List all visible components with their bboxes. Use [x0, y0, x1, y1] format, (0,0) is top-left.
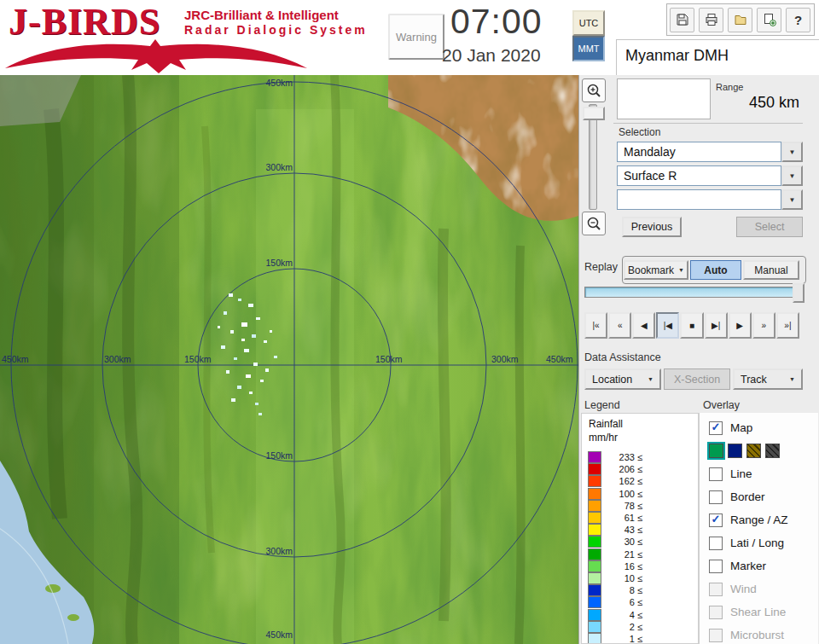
selection-label: Selection: [619, 126, 660, 138]
folder-icon: [734, 13, 747, 26]
legend-swatch: [588, 560, 601, 572]
legend-swatch: [588, 548, 601, 560]
chevron-down-icon[interactable]: ▼: [781, 142, 803, 162]
overlay-item-line[interactable]: Line: [700, 462, 818, 485]
range-label: Range: [716, 82, 743, 92]
checkbox[interactable]: [709, 560, 723, 573]
location-button[interactable]: Location ▼: [584, 368, 661, 390]
overlay-item-marker[interactable]: Marker: [700, 554, 818, 577]
chevron-down-icon[interactable]: ▼: [781, 189, 803, 210]
playback-step-forward-button[interactable]: ▶|: [705, 312, 728, 339]
track-button[interactable]: Track ▼: [733, 368, 803, 390]
map-color-swatch[interactable]: [746, 444, 761, 458]
svg-text:300km: 300km: [491, 354, 519, 364]
sub-product-dropdown[interactable]: ▼: [617, 189, 803, 210]
site-dropdown[interactable]: Mandalay ▼: [617, 142, 803, 162]
legend-section-label: Legend: [584, 399, 620, 411]
checkbox[interactable]: [709, 583, 723, 596]
map-color-swatch[interactable]: [765, 444, 780, 458]
manual-button[interactable]: Manual: [743, 260, 799, 280]
export-icon: [763, 13, 776, 26]
legend-row: 4 ≤: [582, 608, 698, 620]
export-button[interactable]: [757, 8, 781, 32]
playback-play-button[interactable]: ▶: [729, 312, 752, 339]
auto-button[interactable]: Auto: [690, 260, 741, 280]
replay-timeline-slider[interactable]: [584, 287, 801, 298]
legend-row: 61 ≤: [582, 512, 698, 524]
utc-button[interactable]: UTC: [572, 10, 605, 36]
legend-swatch: [588, 512, 601, 524]
checkbox[interactable]: [709, 606, 723, 619]
playback-fast-forward-button[interactable]: »: [752, 312, 775, 339]
legend-row: 206 ≤: [582, 463, 698, 475]
map-color-swatch[interactable]: [709, 444, 723, 458]
header: J-BIRDS JRC-Brilliant & Intelligent Rada…: [0, 0, 819, 76]
zoom-in-button[interactable]: [582, 78, 606, 102]
print-button[interactable]: [699, 8, 723, 32]
checkbox[interactable]: ✓: [709, 513, 723, 527]
svg-text:450km: 450km: [546, 354, 573, 364]
data-assistance-label: Data Assistance: [584, 351, 661, 363]
legend-value: 16 ≤: [605, 561, 642, 571]
legend-swatch: [588, 584, 601, 596]
legend-value: 162 ≤: [605, 476, 642, 486]
playback-controls: |««◀|◀■▶|▶»»|: [584, 312, 800, 339]
overlay-label: Microburst: [730, 629, 784, 641]
product-dropdown[interactable]: Surface R ▼: [617, 165, 803, 186]
xsection-button[interactable]: X-Section: [664, 368, 730, 390]
chevron-down-icon: ▼: [789, 376, 795, 382]
legend-value: 233 ≤: [605, 452, 642, 462]
svg-text:300km: 300km: [265, 546, 293, 556]
checkbox[interactable]: [709, 537, 723, 550]
playback-stop-button[interactable]: ■: [680, 312, 703, 339]
range-input-box[interactable]: [617, 78, 711, 119]
open-folder-button[interactable]: [728, 8, 752, 32]
replay-timeline-thumb[interactable]: [793, 283, 804, 303]
overlay-item-microburst[interactable]: Microburst: [700, 624, 818, 644]
checkbox[interactable]: [709, 490, 723, 504]
checkbox[interactable]: ✓: [709, 421, 723, 435]
overlay-item-wind[interactable]: Wind: [700, 577, 818, 600]
mmt-button[interactable]: MMT: [572, 36, 605, 61]
legend-value: 43 ≤: [605, 525, 642, 535]
overlay-item-map[interactable]: ✓Map: [700, 416, 818, 439]
overlay-item-lati-long[interactable]: Lati / Long: [700, 531, 818, 554]
bookmark-button[interactable]: Bookmark ▼: [624, 260, 688, 280]
zoom-slider-thumb[interactable]: [583, 107, 605, 120]
legend-value: 61 ≤: [605, 513, 642, 523]
svg-text:150km: 150km: [265, 450, 293, 461]
location-label: Location: [592, 374, 632, 386]
logo-subtitle-2: Radar Dialogic System: [184, 23, 368, 37]
checkbox[interactable]: [709, 467, 723, 481]
overlay-item-border[interactable]: Border: [700, 485, 818, 508]
playback-last-button[interactable]: »|: [776, 312, 799, 339]
chevron-down-icon[interactable]: ▼: [781, 165, 803, 186]
legend-title: Rainfall: [589, 418, 623, 430]
overlay-item-shear-line[interactable]: Shear Line: [700, 600, 818, 624]
svg-text:450km: 450km: [2, 354, 29, 364]
select-button[interactable]: Select: [736, 217, 803, 237]
site-dropdown-value: Mandalay: [617, 142, 781, 162]
legend-value: 10 ≤: [605, 573, 642, 583]
zoom-out-button[interactable]: [582, 212, 606, 235]
overlay-label: Lati / Long: [730, 537, 784, 549]
overlay-color-swatches: [700, 439, 818, 462]
warning-button[interactable]: Warning: [388, 14, 444, 60]
checkbox[interactable]: [709, 629, 723, 642]
svg-text:300km: 300km: [265, 162, 293, 172]
map-color-swatch[interactable]: [728, 444, 742, 458]
replay-group: Bookmark ▼ Auto Manual: [622, 256, 806, 284]
radar-map[interactable]: 450km 300km 150km 150km 300km 450km 450k…: [0, 75, 578, 644]
overlay-item-range-az[interactable]: ✓Range / AZ: [700, 508, 818, 531]
previous-button[interactable]: Previous: [622, 217, 682, 237]
playback-fast-rewind-button[interactable]: «: [608, 312, 631, 339]
jbirds-app: { "colors": { "brand-red": "#c8102e", "a…: [0, 0, 819, 644]
legend-swatch: [588, 451, 601, 463]
playback-first-button[interactable]: |«: [584, 312, 607, 339]
help-button[interactable]: ?: [786, 8, 810, 32]
playback-play-back-button[interactable]: |◀: [656, 312, 679, 339]
sub-product-dropdown-value: [617, 189, 781, 210]
legend-row: 233 ≤: [582, 451, 698, 463]
save-button[interactable]: [670, 8, 694, 32]
playback-step-back-button[interactable]: ◀: [632, 312, 655, 339]
